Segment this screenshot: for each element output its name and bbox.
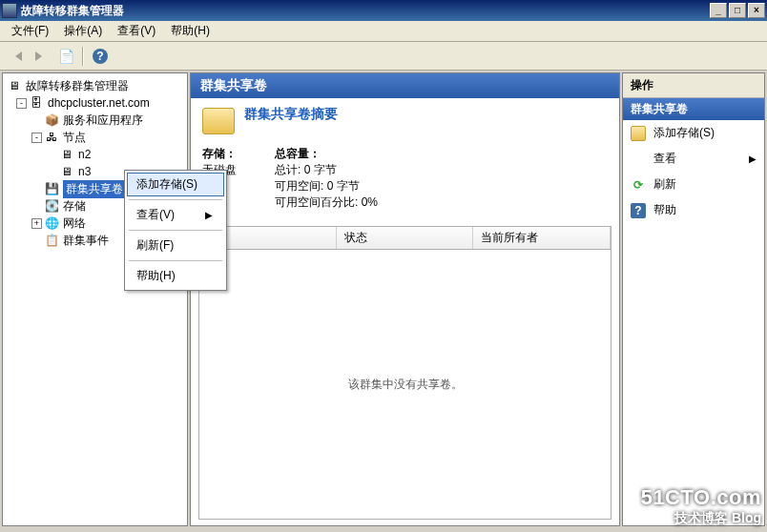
ctx-help[interactable]: 帮助(H) xyxy=(127,264,224,288)
expand-toggle[interactable]: - xyxy=(16,98,27,109)
action-refresh-label: 刷新 xyxy=(653,176,676,193)
tree-cluster[interactable]: dhcpcluster.net.com xyxy=(48,96,150,110)
storage-icon: 💽 xyxy=(44,198,59,214)
tree-nodes[interactable]: 节点 xyxy=(63,130,86,146)
menu-view[interactable]: 查看(V) xyxy=(110,20,163,42)
actions-pane: 操作 群集共享卷 添加存储(S) 查看 ▶ ⟳ 刷新 ? 帮助 xyxy=(622,72,765,526)
menu-action[interactable]: 操作(A) xyxy=(56,20,110,42)
watermark-small: 技术博客 Blog xyxy=(641,510,761,526)
tree-storage[interactable]: 存储 xyxy=(63,198,86,215)
action-refresh[interactable]: ⟳ 刷新 xyxy=(623,172,764,197)
refresh-icon: ⟳ xyxy=(631,177,646,193)
events-icon: 📋 xyxy=(44,233,59,248)
action-add-storage[interactable]: 添加存储(S) xyxy=(623,120,764,146)
free-text: 可用空间: 0 字节 xyxy=(275,178,378,194)
submenu-arrow-icon: ▶ xyxy=(749,153,757,164)
toolbar-separator xyxy=(82,47,84,66)
ctx-view[interactable]: 查看(V)▶ xyxy=(127,203,224,227)
nav-tree[interactable]: 🖥故障转移群集管理器 -🗄dhcpcluster.net.com 📦服务和应用程… xyxy=(2,72,188,526)
tree-root[interactable]: 故障转移群集管理器 xyxy=(26,78,129,94)
context-menu[interactable]: 添加存储(S) 查看(V)▶ 刷新(F) 帮助(H) xyxy=(124,170,227,291)
grid-header: 盘 状态 当前所有者 xyxy=(199,227,611,250)
blank-icon xyxy=(631,152,646,167)
nodes-icon: 🖧 xyxy=(44,130,59,145)
nav-forward-button xyxy=(31,46,52,67)
storage-label: 存储： xyxy=(202,147,237,160)
content-pane: 群集共享卷 群集共享卷摘要 存储： 无磁盘 总容量： 总计: 0 字节 可用空间… xyxy=(190,72,620,526)
action-help-label: 帮助 xyxy=(653,202,676,218)
ctx-separator xyxy=(129,230,222,231)
summary-title: 群集共享卷摘要 xyxy=(244,106,338,123)
nav-up-button[interactable] xyxy=(55,46,76,67)
maximize-button[interactable]: □ xyxy=(729,3,746,18)
services-icon: 📦 xyxy=(44,113,59,128)
help-button[interactable]: ? xyxy=(90,46,111,67)
nav-back-button xyxy=(6,46,27,67)
action-help[interactable]: ? 帮助 xyxy=(623,197,764,223)
menu-help[interactable]: 帮助(H) xyxy=(163,20,218,42)
toolbar: ? xyxy=(0,42,767,71)
ctx-separator xyxy=(129,260,222,261)
watermark-big: 51CTO.com xyxy=(641,485,761,510)
tree-n3[interactable]: n3 xyxy=(78,165,91,178)
ctx-refresh[interactable]: 刷新(F) xyxy=(127,234,224,257)
disk-icon xyxy=(631,126,646,141)
disk-list-panel: 盘 状态 当前所有者 该群集中没有共享卷。 xyxy=(198,226,612,520)
ctx-separator xyxy=(129,199,222,200)
help-icon: ? xyxy=(631,203,646,218)
menu-bar: 文件(F) 操作(A) 查看(V) 帮助(H) xyxy=(0,21,767,42)
action-view[interactable]: 查看 ▶ xyxy=(623,146,764,172)
window-title: 故障转移群集管理器 xyxy=(21,3,708,19)
tree-n2[interactable]: n2 xyxy=(78,148,91,161)
disk-summary-icon xyxy=(202,108,235,134)
tree-csv[interactable]: 群集共享卷 xyxy=(63,180,126,198)
expand-toggle[interactable]: + xyxy=(31,218,42,229)
total-text: 总计: 0 字节 xyxy=(275,162,378,178)
tree-events[interactable]: 群集事件 xyxy=(63,233,109,249)
minimize-button[interactable]: _ xyxy=(710,3,727,18)
actions-subheader: 群集共享卷 xyxy=(623,98,764,120)
app-icon xyxy=(2,3,17,18)
tree-networks[interactable]: 网络 xyxy=(63,215,86,232)
close-button[interactable]: × xyxy=(748,3,765,18)
action-view-label: 查看 xyxy=(653,151,676,167)
watermark: 51CTO.com 技术博客 Blog xyxy=(641,485,761,526)
expand-toggle[interactable]: - xyxy=(31,133,42,143)
window-titlebar: 故障转移群集管理器 _ □ × xyxy=(0,0,767,21)
action-add-storage-label: 添加存储(S) xyxy=(653,125,715,141)
ctx-add-storage[interactable]: 添加存储(S) xyxy=(127,173,224,196)
cluster-mgr-icon: 🖥 xyxy=(7,78,22,93)
capacity-label: 总容量： xyxy=(275,147,321,160)
actions-header: 操作 xyxy=(623,73,764,98)
pct-text: 可用空间百分比: 0% xyxy=(275,194,378,211)
node-icon: 🖥 xyxy=(59,164,74,179)
tree-services[interactable]: 服务和应用程序 xyxy=(63,113,143,129)
submenu-arrow-icon: ▶ xyxy=(205,210,213,220)
menu-file[interactable]: 文件(F) xyxy=(4,20,56,42)
cluster-icon: 🗄 xyxy=(29,95,44,111)
col-status[interactable]: 状态 xyxy=(337,227,474,249)
csv-icon: 💾 xyxy=(44,181,59,196)
networks-icon: 🌐 xyxy=(44,215,59,231)
node-icon: 🖥 xyxy=(59,147,74,162)
content-title: 群集共享卷 xyxy=(191,73,619,98)
col-owner[interactable]: 当前所有者 xyxy=(473,227,611,249)
grid-empty-message: 该群集中没有共享卷。 xyxy=(199,250,611,519)
